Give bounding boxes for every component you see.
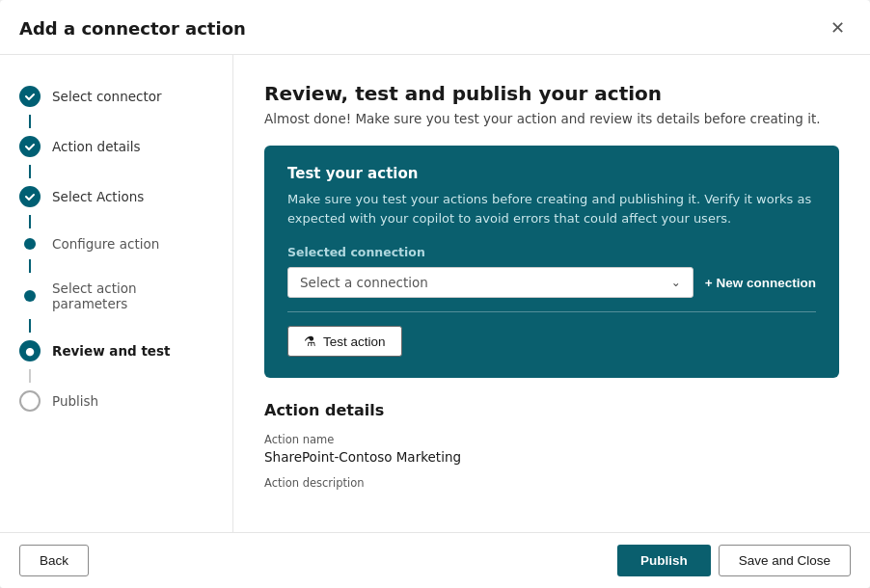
sidebar-item-configure-action[interactable]: Configure action — [0, 228, 232, 259]
sidebar-item-action-details[interactable]: Action details — [0, 128, 232, 165]
connector-line-4 — [29, 259, 31, 273]
step-label-select-action-parameters: Select action parameters — [52, 281, 213, 311]
step-icon-select-action-parameters — [24, 290, 36, 302]
connector-line-3 — [29, 215, 31, 228]
divider-line — [287, 311, 816, 312]
sidebar-item-select-actions[interactable]: Select Actions — [0, 178, 232, 215]
connector-line-6 — [29, 369, 31, 383]
step-label-review-and-test: Review and test — [52, 343, 171, 359]
sidebar-item-review-and-test[interactable]: ● Review and test — [0, 333, 232, 369]
step-icon-action-details — [19, 136, 41, 157]
test-action-button[interactable]: ⚗ Test action — [287, 326, 402, 357]
step-icon-review-and-test: ● — [19, 340, 41, 361]
modal-header: Add a connector action ✕ — [0, 0, 870, 55]
test-card-title: Test your action — [287, 165, 816, 182]
chevron-down-icon: ⌄ — [671, 276, 681, 289]
sidebar-item-select-action-parameters[interactable]: Select action parameters — [0, 273, 232, 319]
modal-title: Add a connector action — [19, 18, 246, 39]
modal-container: Add a connector action ✕ Select connecto… — [0, 0, 870, 588]
connector-line-2 — [29, 165, 31, 178]
sidebar-item-select-connector[interactable]: Select connector — [0, 78, 232, 115]
modal-body: Select connector Action details Select A… — [0, 55, 870, 532]
step-icon-select-actions — [19, 186, 41, 207]
action-name-value: SharePoint-Contoso Marketing — [264, 449, 839, 465]
connection-label: Selected connection — [287, 245, 816, 259]
sidebar-item-publish[interactable]: Publish — [0, 383, 232, 419]
step-label-select-connector: Select connector — [52, 89, 162, 104]
connector-line-5 — [29, 319, 31, 333]
new-connection-button[interactable]: + New connection — [705, 276, 816, 290]
connection-select[interactable]: Select a connection ⌄ — [287, 267, 693, 298]
connection-select-placeholder: Select a connection — [300, 275, 428, 290]
close-button[interactable]: ✕ — [825, 15, 851, 40]
action-name-label: Action name — [264, 433, 839, 446]
action-details-section: Action details Action name SharePoint-Co… — [264, 401, 839, 493]
sidebar: Select connector Action details Select A… — [0, 55, 233, 532]
main-content: Review, test and publish your action Alm… — [233, 55, 870, 532]
footer-right: Publish Save and Close — [617, 545, 851, 576]
connection-row: Select a connection ⌄ + New connection — [287, 267, 816, 298]
test-action-label: Test action — [323, 334, 386, 349]
flask-icon: ⚗ — [304, 334, 316, 349]
step-label-action-details: Action details — [52, 139, 141, 154]
test-card: Test your action Make sure you test your… — [264, 146, 839, 378]
page-title: Review, test and publish your action — [264, 82, 839, 105]
test-card-desc: Make sure you test your actions before c… — [287, 190, 816, 227]
step-label-configure-action: Configure action — [52, 236, 159, 252]
action-description-label: Action description — [264, 476, 839, 490]
save-close-button[interactable]: Save and Close — [719, 545, 851, 576]
modal-footer: Back Publish Save and Close — [0, 532, 870, 588]
step-icon-publish — [19, 390, 41, 412]
step-label-publish: Publish — [52, 393, 98, 409]
publish-button[interactable]: Publish — [617, 545, 711, 576]
step-label-select-actions: Select Actions — [52, 189, 144, 204]
step-icon-select-connector — [19, 86, 41, 107]
back-button[interactable]: Back — [19, 545, 89, 576]
step-icon-configure-action — [24, 238, 36, 250]
action-details-title: Action details — [264, 401, 839, 419]
page-subtitle: Almost done! Make sure you test your act… — [264, 111, 839, 126]
footer-left: Back — [19, 545, 89, 576]
connector-line-1 — [29, 115, 31, 128]
